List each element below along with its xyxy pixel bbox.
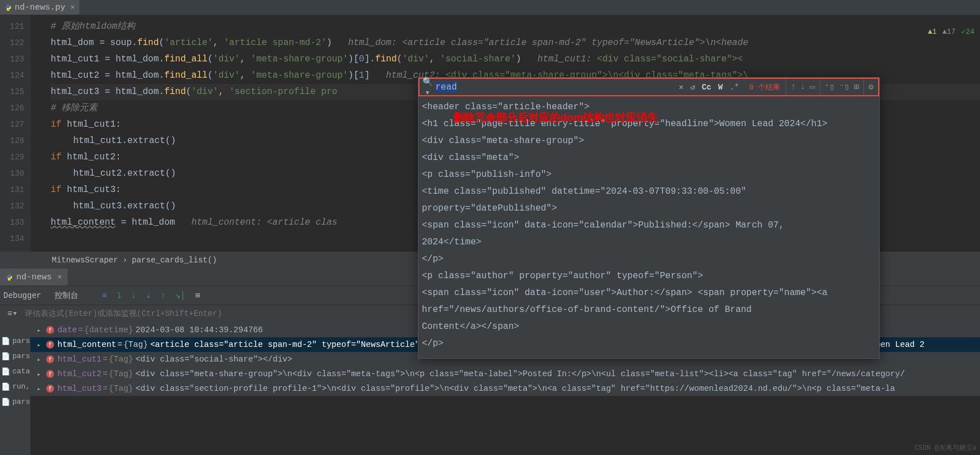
search-input[interactable]: read xyxy=(435,82,674,92)
python-icon xyxy=(6,274,13,281)
watermark: CSDN @东离与糖宝a xyxy=(915,443,977,453)
debug-run-tab[interactable]: nd-news × xyxy=(0,269,68,286)
remove-selection-icon[interactable]: ⁻▯ xyxy=(839,82,849,92)
python-icon xyxy=(5,4,12,11)
regex-button[interactable]: .* xyxy=(729,83,739,92)
variable-row[interactable]: ▸ f html_cut2 = {Tag} <div class="meta-s… xyxy=(0,367,980,381)
annotation-text: 删除冗余部分后对应的dom结构也对应消失 xyxy=(453,109,658,126)
step-over-icon[interactable]: ⤵ xyxy=(117,291,121,300)
words-button[interactable]: W xyxy=(718,83,723,92)
evaluate-icon[interactable]: ⊞ xyxy=(195,291,200,300)
chevron-right-icon[interactable]: ▸ xyxy=(35,327,43,334)
svg-point-0 xyxy=(7,5,7,5)
add-selection-icon[interactable]: ⁺▯ xyxy=(825,82,835,92)
step-into-icon[interactable]: ↓ xyxy=(131,291,136,300)
frames-sidebar: 📄pars 📄pars 📄cata 📄run, 📄pars xyxy=(0,333,30,455)
field-icon: f xyxy=(46,384,55,393)
file-tab[interactable]: nd-news.py × xyxy=(0,0,79,15)
field-icon: f xyxy=(46,369,55,378)
match-case-button[interactable]: Cc xyxy=(702,83,711,92)
chevron-right-icon[interactable]: ▸ xyxy=(35,356,43,363)
view-value-popup: 🔍▾ read ✕ ↺ Cc W .* 0 个结果 ↑ ↓ ▭ ⁺▯ ⁻▯ ⊞ … xyxy=(418,77,880,359)
svg-text:f: f xyxy=(48,328,52,334)
svg-point-1 xyxy=(9,10,10,10)
chevron-right-icon[interactable]: ▸ xyxy=(35,371,43,378)
frame-item[interactable]: 📄pars xyxy=(0,349,30,364)
show-execution-icon[interactable]: ≡ xyxy=(102,291,106,300)
popup-search-bar: 🔍▾ read ✕ ↺ Cc W .* 0 个结果 ↑ ↓ ▭ ⁺▯ ⁻▯ ⊞ … xyxy=(418,78,879,96)
frame-item[interactable]: 📄cata xyxy=(0,364,30,379)
frame-item[interactable]: 📄pars xyxy=(0,394,30,409)
chevron-right-icon[interactable]: ▸ xyxy=(35,341,43,349)
run-to-cursor-icon[interactable]: ↘│ xyxy=(176,291,185,300)
svg-text:f: f xyxy=(48,357,52,363)
step-out-icon[interactable]: ↑ xyxy=(161,291,165,300)
line-gutter: 121122123 124125126 127128129 130131132 … xyxy=(0,15,31,252)
clear-icon[interactable]: ✕ xyxy=(679,82,683,92)
prev-match-icon[interactable]: ↑ xyxy=(791,82,796,92)
search-icon: 🔍▾ xyxy=(420,77,435,98)
step-into-my-icon[interactable]: ⇣ xyxy=(146,291,150,300)
menu-icon[interactable]: ≡▾ xyxy=(0,308,25,319)
field-icon: f xyxy=(46,340,55,349)
crumb-method[interactable]: parse_cards_list() xyxy=(132,256,217,265)
popup-content[interactable]: 删除冗余部分后对应的dom结构也对应消失 <header class="arti… xyxy=(418,96,879,358)
history-icon[interactable]: ↺ xyxy=(691,82,695,92)
console-tab[interactable]: 控制台 xyxy=(55,291,78,301)
frame-item[interactable]: 📄pars xyxy=(0,333,30,349)
svg-text:f: f xyxy=(48,386,52,392)
crumb-class[interactable]: MitnewsScraper xyxy=(52,256,118,265)
editor-tab-bar: nd-news.py × xyxy=(0,0,980,15)
svg-text:f: f xyxy=(48,372,52,378)
next-match-icon[interactable]: ↓ xyxy=(800,82,805,92)
select-all-icon[interactable]: ▭ xyxy=(810,82,815,92)
field-icon: f xyxy=(46,355,55,364)
tab-label: nd-news.py xyxy=(15,3,65,12)
chevron-right-icon[interactable]: ▸ xyxy=(35,385,43,392)
result-count: 0 个结果 xyxy=(749,82,780,92)
field-icon: f xyxy=(46,325,55,334)
select-all-occ-icon[interactable]: ⊞ xyxy=(854,82,859,92)
crumb-sep: › xyxy=(123,256,127,265)
filter-icon[interactable]: ⚙ xyxy=(868,82,874,92)
debugger-tab[interactable]: Debugger xyxy=(3,291,41,300)
close-tab-icon[interactable]: × xyxy=(70,3,75,12)
svg-text:f: f xyxy=(48,342,52,349)
close-icon[interactable]: × xyxy=(57,273,62,282)
frame-item[interactable]: 📄run, xyxy=(0,379,30,394)
variable-row[interactable]: ▸ f html_cut3 = {Tag} <div class="sectio… xyxy=(0,381,980,396)
